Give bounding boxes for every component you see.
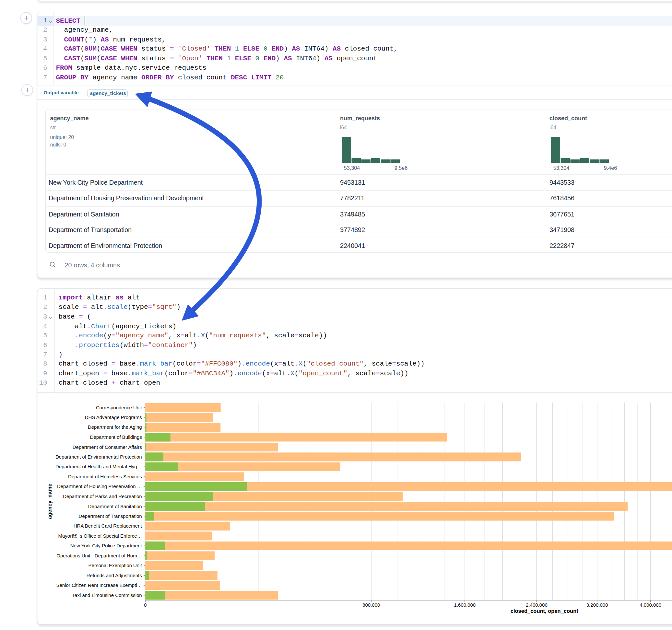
svg-text:Senior Citizen Rent Increase E: Senior Citizen Rent Increase Exempti…: [56, 583, 142, 588]
svg-text:Department of Buildings: Department of Buildings: [90, 434, 142, 440]
svg-text:Department of Transportation: Department of Transportation: [78, 513, 142, 519]
svg-text:DHS Advantage Programs: DHS Advantage Programs: [85, 414, 142, 420]
svg-text:Department of Consumer Affairs: Department of Consumer Affairs: [72, 444, 142, 450]
svg-text:Personal Exemption Unit: Personal Exemption Unit: [88, 563, 142, 568]
svg-text:Department of Homeless Service: Department of Homeless Services: [68, 474, 142, 479]
svg-text:Department of Parks and Recrea: Department of Parks and Recreation: [63, 493, 141, 499]
svg-text:HRA Benefit Card Replacement: HRA Benefit Card Replacement: [73, 524, 142, 529]
svg-text:3,200,000: 3,200,000: [586, 602, 608, 608]
svg-text:0: 0: [144, 602, 146, 608]
svg-text:Taxi and Limousine Commission: Taxi and Limousine Commission: [72, 592, 142, 598]
svg-text:Operations Unit - Department o: Operations Unit - Department of Hom…: [56, 553, 142, 558]
svg-text:Department of Housing Preserva: Department of Housing Preservation …: [57, 484, 142, 489]
svg-text:800,000: 800,000: [362, 602, 380, 608]
svg-text:New York City Police Departmen: New York City Police Department: [70, 543, 142, 549]
svg-text:Refunds and Adjustments: Refunds and Adjustments: [86, 573, 142, 578]
svg-text:Department of Health and Menta: Department of Health and Mental Hyg…: [55, 464, 142, 469]
svg-text:1,600,000: 1,600,000: [454, 602, 476, 608]
svg-text:Department for the Aging: Department for the Aging: [88, 425, 142, 430]
svg-text:closed_count, open_count: closed_count, open_count: [510, 608, 578, 614]
svg-text:4,000,000: 4,000,000: [640, 602, 661, 608]
svg-text:Correspondence Unit: Correspondence Unit: [96, 405, 142, 410]
svg-text:Mayorâ€ s Office of Special E: Mayorâ€ s Office of Special Enforce…: [58, 533, 142, 539]
svg-text:agency_name: agency_name: [47, 484, 52, 519]
svg-text:Department of Environmental Pr: Department of Environmental Protection: [55, 454, 142, 460]
svg-text:2,400,000: 2,400,000: [526, 602, 547, 608]
svg-text:Department of Sanitation: Department of Sanitation: [88, 504, 142, 509]
